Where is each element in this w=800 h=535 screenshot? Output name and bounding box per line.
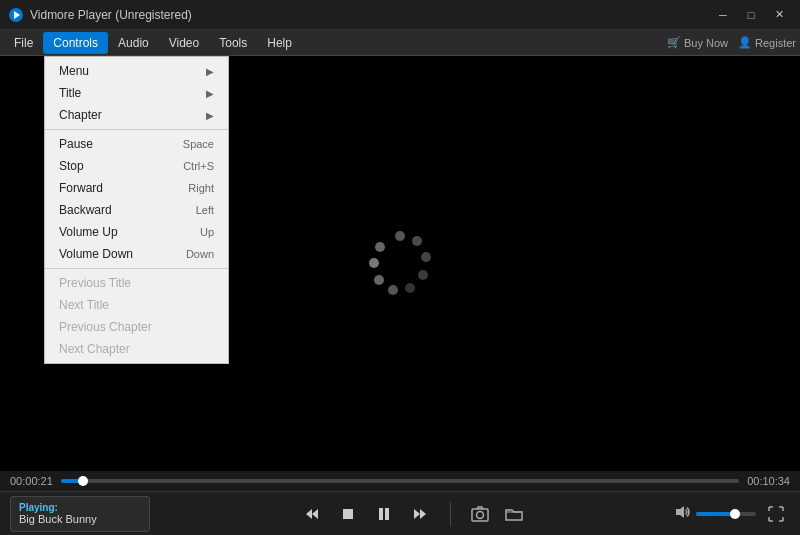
svg-point-2 <box>395 231 405 241</box>
submenu-arrow-menu: ▶ <box>206 66 214 77</box>
svg-marker-17 <box>420 509 426 519</box>
volume-track[interactable] <box>696 512 756 516</box>
right-controls <box>674 500 790 528</box>
controls-dropdown: Menu ▶ Title ▶ Chapter ▶ Pause Space Sto… <box>44 56 229 364</box>
progress-area: 00:00:21 00:10:34 <box>0 471 800 491</box>
folder-button[interactable] <box>501 501 527 527</box>
current-time: 00:00:21 <box>10 475 53 487</box>
playing-label: Playing: <box>19 502 141 513</box>
stop-icon <box>341 507 355 521</box>
svg-point-5 <box>418 270 428 280</box>
svg-point-3 <box>412 236 422 246</box>
progress-thumb[interactable] <box>78 476 88 486</box>
dd-backward[interactable]: Backward Left <box>45 199 228 221</box>
svg-point-7 <box>388 285 398 295</box>
svg-rect-15 <box>385 508 389 520</box>
rewind-button[interactable] <box>298 500 326 528</box>
folder-icon <box>505 506 523 522</box>
buy-now-link[interactable]: 🛒 Buy Now <box>667 36 728 49</box>
window-controls: ─ □ ✕ <box>710 5 792 25</box>
svg-marker-11 <box>306 509 312 519</box>
svg-point-19 <box>476 511 483 518</box>
rewind-icon <box>304 506 320 522</box>
dd-next-title: Next Title <box>45 294 228 316</box>
separator-2 <box>45 268 228 269</box>
screenshot-button[interactable] <box>467 501 493 527</box>
loading-spinner <box>360 224 440 304</box>
restore-button[interactable]: □ <box>738 5 764 25</box>
now-playing-panel: Playing: Big Buck Bunny <box>10 496 150 532</box>
dd-menu[interactable]: Menu ▶ <box>45 60 228 82</box>
menu-controls[interactable]: Controls <box>43 32 108 54</box>
volume-thumb[interactable] <box>730 509 740 519</box>
dd-stop[interactable]: Stop Ctrl+S <box>45 155 228 177</box>
separator-1 <box>45 129 228 130</box>
forward-icon <box>412 506 428 522</box>
svg-point-6 <box>405 283 415 293</box>
dd-prev-title: Previous Title <box>45 272 228 294</box>
play-pause-button[interactable] <box>370 500 398 528</box>
dd-forward[interactable]: Forward Right <box>45 177 228 199</box>
stop-button[interactable] <box>334 500 362 528</box>
menu-file[interactable]: File <box>4 32 43 54</box>
app-title: Vidmore Player (Unregistered) <box>30 8 710 22</box>
register-link[interactable]: 👤 Register <box>738 36 796 49</box>
pause-icon <box>376 506 392 522</box>
menu-tools[interactable]: Tools <box>209 32 257 54</box>
svg-point-8 <box>374 275 384 285</box>
svg-point-10 <box>375 242 385 252</box>
dd-volume-up[interactable]: Volume Up Up <box>45 221 228 243</box>
menu-video[interactable]: Video <box>159 32 209 54</box>
volume-icon <box>674 504 690 520</box>
app-logo <box>8 7 24 23</box>
dd-next-chapter: Next Chapter <box>45 338 228 360</box>
svg-point-4 <box>421 252 431 262</box>
controls-bar: Playing: Big Buck Bunny <box>0 491 800 535</box>
header-actions: 🛒 Buy Now 👤 Register <box>667 36 796 49</box>
menu-help[interactable]: Help <box>257 32 302 54</box>
forward-button[interactable] <box>406 500 434 528</box>
minimize-button[interactable]: ─ <box>710 5 736 25</box>
total-time: 00:10:34 <box>747 475 790 487</box>
center-controls <box>150 500 674 528</box>
progress-track[interactable] <box>61 479 739 483</box>
cart-icon: 🛒 <box>667 36 681 49</box>
fullscreen-icon <box>768 506 784 522</box>
playing-title: Big Buck Bunny <box>19 513 141 525</box>
svg-marker-16 <box>414 509 420 519</box>
menubar: File Controls Audio Video Tools Help 🛒 B… <box>0 30 800 56</box>
dd-pause[interactable]: Pause Space <box>45 133 228 155</box>
dd-prev-chapter: Previous Chapter <box>45 316 228 338</box>
submenu-arrow-chapter: ▶ <box>206 110 214 121</box>
screenshot-icon <box>471 506 489 522</box>
dd-title[interactable]: Title ▶ <box>45 82 228 104</box>
svg-marker-20 <box>676 506 684 518</box>
dd-chapter[interactable]: Chapter ▶ <box>45 104 228 126</box>
svg-rect-14 <box>379 508 383 520</box>
volume-button[interactable] <box>674 504 690 523</box>
svg-rect-13 <box>343 509 353 519</box>
dd-volume-down[interactable]: Volume Down Down <box>45 243 228 265</box>
divider <box>450 502 451 526</box>
submenu-arrow-title: ▶ <box>206 88 214 99</box>
user-icon: 👤 <box>738 36 752 49</box>
svg-point-9 <box>369 258 379 268</box>
close-button[interactable]: ✕ <box>766 5 792 25</box>
fullscreen-button[interactable] <box>762 500 790 528</box>
svg-marker-12 <box>312 509 318 519</box>
titlebar: Vidmore Player (Unregistered) ─ □ ✕ <box>0 0 800 30</box>
menu-audio[interactable]: Audio <box>108 32 159 54</box>
